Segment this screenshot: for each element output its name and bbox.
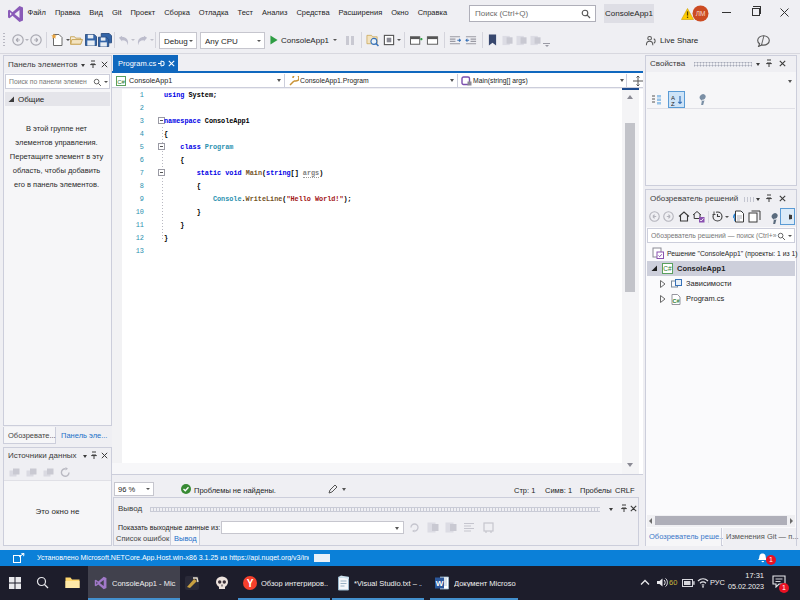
svg-text:Y: Y (247, 578, 254, 589)
svg-text:C#: C# (663, 265, 672, 272)
svg-text:C#: C# (117, 78, 125, 84)
svg-text:C#: C# (672, 297, 679, 303)
svg-text:W: W (436, 579, 444, 588)
svg-text:ЛМ: ЛМ (696, 10, 706, 17)
svg-text:Z: Z (671, 101, 675, 106)
